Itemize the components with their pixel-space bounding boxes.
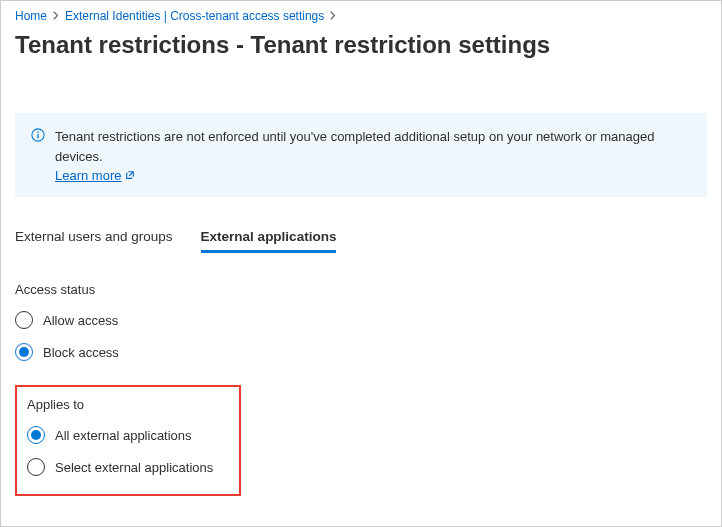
radio-icon (27, 458, 45, 476)
svg-rect-2 (37, 134, 38, 139)
radio-allow-access[interactable]: Allow access (15, 311, 707, 329)
banner-message: Tenant restrictions are not enforced unt… (55, 129, 654, 164)
info-banner: Tenant restrictions are not enforced unt… (15, 113, 707, 197)
radio-label: All external applications (55, 428, 192, 443)
radio-all-external-applications[interactable]: All external applications (27, 426, 229, 444)
applies-to-highlight: Applies to All external applications Sel… (15, 385, 241, 496)
info-icon (31, 128, 45, 142)
breadcrumb: Home External Identities | Cross-tenant … (15, 9, 707, 23)
radio-icon (15, 311, 33, 329)
tab-bar: External users and groups External appli… (15, 223, 707, 254)
svg-point-1 (37, 131, 39, 133)
radio-icon (15, 343, 33, 361)
applies-to-group: All external applications Select externa… (27, 426, 229, 476)
external-link-icon (125, 168, 135, 183)
access-status-label: Access status (15, 282, 707, 297)
chevron-right-icon (53, 11, 59, 22)
radio-label: Allow access (43, 313, 118, 328)
breadcrumb-external-identities[interactable]: External Identities | Cross-tenant acces… (65, 9, 324, 23)
radio-select-external-applications[interactable]: Select external applications (27, 458, 229, 476)
tab-external-users-groups[interactable]: External users and groups (15, 223, 173, 253)
applies-to-label: Applies to (27, 397, 229, 412)
learn-more-link[interactable]: Learn more (55, 168, 135, 183)
access-status-group: Allow access Block access (15, 311, 707, 361)
tab-external-applications[interactable]: External applications (201, 223, 337, 253)
radio-icon (27, 426, 45, 444)
radio-block-access[interactable]: Block access (15, 343, 707, 361)
radio-label: Block access (43, 345, 119, 360)
page-title: Tenant restrictions - Tenant restriction… (15, 31, 707, 59)
breadcrumb-home[interactable]: Home (15, 9, 47, 23)
learn-more-text: Learn more (55, 168, 121, 183)
radio-label: Select external applications (55, 460, 213, 475)
chevron-right-icon (330, 11, 336, 22)
